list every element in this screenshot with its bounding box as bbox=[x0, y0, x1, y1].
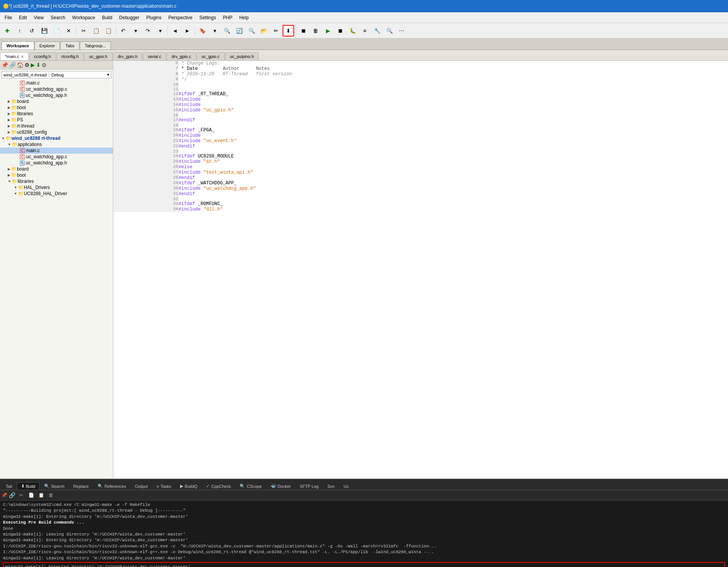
line-content[interactable]: #endif bbox=[178, 144, 728, 149]
forward-button[interactable]: ► bbox=[182, 25, 193, 36]
undo-button[interactable]: ↶ bbox=[117, 25, 129, 36]
debug-config-dropdown[interactable]: wind_uc8288_rt-thread :: Debug ▾ bbox=[2, 71, 111, 78]
view-tab-tabgroup[interactable]: Tabgroup... bbox=[80, 41, 111, 50]
stop2-button[interactable]: ⏹ bbox=[334, 25, 346, 36]
line-content[interactable]: * 2020-11-26 RT-Thread first version bbox=[178, 71, 728, 77]
file-tab-ucpulpinoh[interactable]: uc_pulpino.h bbox=[225, 52, 259, 60]
tree-item[interactable]: Cuc_watchdog_app.c bbox=[0, 86, 113, 92]
menu-item-view[interactable]: View bbox=[31, 14, 47, 21]
find3-button[interactable]: 🔍 bbox=[384, 25, 395, 36]
line-content[interactable]: #include "uc_watchdog_app.h" bbox=[178, 186, 728, 191]
bookmark-button[interactable]: 🔖 bbox=[197, 25, 208, 36]
bottom-tab-cscope[interactable]: 🔍CScope bbox=[235, 482, 266, 490]
home-icon[interactable]: 🏠 bbox=[17, 62, 23, 68]
file-tab-drvgpioc[interactable]: drv_gpio.c bbox=[167, 52, 196, 60]
line-content[interactable]: #ifdef _RT_THREAD_ bbox=[178, 91, 728, 97]
line-content[interactable]: * Date Author Notes bbox=[178, 66, 728, 71]
tree-item[interactable]: ▶ 📁 uc8288_config bbox=[0, 129, 113, 135]
save-button[interactable]: 💾 bbox=[38, 25, 50, 36]
view-tab-tabs[interactable]: Tabs bbox=[60, 41, 79, 50]
download-highlighted-button[interactable]: ⬇ bbox=[283, 25, 294, 36]
file-tab-ucgpioc[interactable]: uc_gpio.c bbox=[197, 52, 225, 60]
bookmark-drop-button[interactable]: ▾ bbox=[209, 25, 220, 36]
close-button[interactable]: ✕ bbox=[63, 25, 74, 36]
tree-item[interactable]: ▼ 📁 HAL_Drivers bbox=[0, 184, 113, 191]
menu-item-build[interactable]: Build bbox=[99, 14, 116, 21]
line-content[interactable]: #endif bbox=[178, 191, 728, 197]
line-content[interactable]: #include "test_wiota_api.h" bbox=[178, 170, 728, 175]
bottom-tab-uc[interactable]: Uc bbox=[339, 482, 353, 490]
line-content[interactable] bbox=[178, 149, 728, 154]
bottom-tab-tail[interactable]: Tail bbox=[2, 482, 17, 490]
copy-btn[interactable]: 📄 bbox=[27, 491, 35, 499]
line-content[interactable]: #else bbox=[178, 164, 728, 170]
tree-item[interactable]: huc_watchdog_app.h bbox=[0, 160, 113, 166]
tree-item[interactable]: ▶ 📁 libraries bbox=[0, 111, 113, 117]
tree-item[interactable]: ▶ 📁 rt-thread bbox=[0, 123, 113, 129]
bottom-tab-svn[interactable]: Svn bbox=[323, 482, 339, 490]
pin-bottom-icon[interactable]: 📌 bbox=[2, 492, 7, 498]
line-content[interactable]: #ifdef _FPGA_ bbox=[178, 128, 728, 133]
line-content[interactable]: #include bbox=[178, 97, 728, 102]
tree-item[interactable]: huc_watchdog_app.h bbox=[0, 92, 113, 98]
tree-item[interactable]: Cmain.c bbox=[0, 148, 113, 154]
redo-button[interactable]: ↷ bbox=[142, 25, 154, 36]
run-icon[interactable]: ▶ bbox=[31, 62, 35, 68]
link-icon[interactable]: 🔗 bbox=[9, 62, 16, 68]
line-content[interactable]: #include bbox=[178, 133, 728, 138]
line-content[interactable] bbox=[178, 113, 728, 118]
cut-button[interactable]: ✂ bbox=[78, 25, 89, 36]
line-content[interactable] bbox=[178, 123, 728, 128]
console-output[interactable]: C:\Windows\system32\cmd.exe /C mingw32-m… bbox=[0, 501, 728, 567]
line-content[interactable]: #include "dll.h" bbox=[178, 207, 728, 212]
line-content[interactable] bbox=[178, 197, 728, 201]
file-tab-cconfigh[interactable]: cconfig.h bbox=[29, 52, 56, 60]
bottom-tab-build[interactable]: ⬇Build bbox=[17, 482, 40, 490]
save-all-button[interactable]: 📄 bbox=[51, 25, 62, 36]
line-content[interactable]: #endif bbox=[178, 175, 728, 181]
refresh-button[interactable]: ↺ bbox=[26, 25, 38, 36]
run-button[interactable]: ▶ bbox=[322, 25, 334, 36]
line-content[interactable]: #ifdef _WATCHDOG_APP_ bbox=[178, 181, 728, 186]
bottom-tab-output[interactable]: Output bbox=[131, 482, 152, 490]
stop-button[interactable]: ⏹ bbox=[298, 25, 309, 36]
tree-item[interactable]: ▼ 📁 libraries bbox=[0, 178, 113, 184]
undo-drop-button[interactable]: ▾ bbox=[130, 25, 141, 36]
line-content[interactable]: #include "at.h" bbox=[178, 159, 728, 164]
line-content[interactable]: * Change Logs: bbox=[178, 61, 728, 66]
line-content[interactable] bbox=[178, 87, 728, 91]
tree-item[interactable]: ▼ 📁 wind_uc8288 rt-thread bbox=[0, 135, 113, 141]
menu-item-edit[interactable]: Edit bbox=[16, 14, 30, 21]
menu-item-search[interactable]: Search bbox=[48, 14, 68, 21]
paste-button[interactable]: 📋 bbox=[103, 25, 114, 36]
line-content[interactable]: #ifdef _ROMFUNC_ bbox=[178, 201, 728, 207]
bottom-tab-docker[interactable]: 🐳Docker bbox=[266, 482, 295, 490]
find2-button[interactable]: 🔍 bbox=[246, 25, 257, 36]
file-tab-ucgpioh[interactable]: uc_gpio.h bbox=[84, 52, 113, 60]
file-tab-rtconfigh[interactable]: rtconfig.h bbox=[56, 52, 84, 60]
menu-item-perspective[interactable]: Perspective bbox=[165, 14, 195, 21]
find-button[interactable]: 🔍 bbox=[221, 25, 233, 36]
tree-item[interactable]: ▶ 📁 board bbox=[0, 98, 113, 104]
file-tab-serialc[interactable]: serial.c bbox=[143, 52, 166, 60]
tree-item[interactable]: ▶ 📁 PS bbox=[0, 117, 113, 123]
clear-btn[interactable]: 🗑 bbox=[47, 491, 55, 499]
tree-item[interactable]: Cuc_watchdog_app.c bbox=[0, 154, 113, 160]
line-content[interactable]: #ifdef UC8288_MODULE bbox=[178, 154, 728, 159]
tree-item[interactable]: ▼ 📁 UC8288_HAL_Driver bbox=[0, 191, 113, 197]
more-button[interactable]: ⋯ bbox=[396, 25, 407, 36]
line-content[interactable]: #endif bbox=[178, 118, 728, 123]
menu-item-debugger[interactable]: Debugger bbox=[116, 14, 142, 21]
bottom-tab-buildq[interactable]: ▶BuildQ bbox=[176, 482, 202, 490]
view-tab-workspace[interactable]: Workspace bbox=[2, 41, 34, 50]
line-content[interactable] bbox=[178, 82, 728, 87]
scissors-btn[interactable]: ✂ bbox=[17, 491, 25, 499]
line-content[interactable]: #include "uc_gpio.h" bbox=[178, 108, 728, 113]
link-bottom-icon[interactable]: 🔗 bbox=[9, 492, 15, 498]
down-icon[interactable]: ⬇ bbox=[36, 62, 41, 68]
menu-item-settings[interactable]: Settings bbox=[196, 14, 219, 21]
bottom-tab-tasks[interactable]: ≡Tasks bbox=[152, 482, 176, 490]
tree-item[interactable]: ▶ 📁 boot bbox=[0, 104, 113, 111]
menu-item-help[interactable]: Help bbox=[236, 14, 252, 21]
file-tab-mainc[interactable]: *main.c✕ bbox=[0, 52, 29, 60]
